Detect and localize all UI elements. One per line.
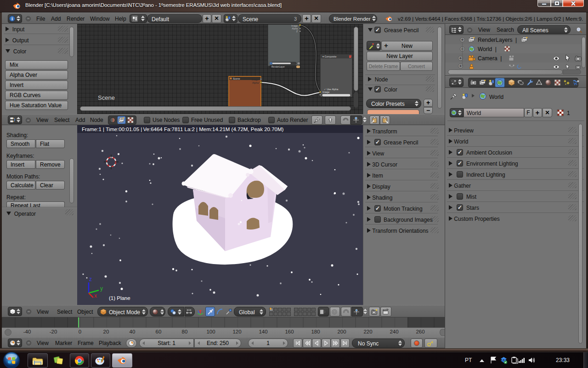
svg-text:Alpha: Alpha <box>252 81 259 84</box>
svg-text:Z: Z <box>296 30 298 33</box>
svg-text:(1) Plane: (1) Plane <box>109 295 130 301</box>
svg-text:Scene: Scene <box>233 77 240 80</box>
svg-text:RenderLayer: RenderLayer <box>271 65 285 68</box>
svg-text:z: z <box>89 276 92 282</box>
svg-text:Image: Image <box>252 78 259 81</box>
svg-text:x: x <box>94 293 97 299</box>
svg-text:▾ Composite: ▾ Composite <box>322 55 337 58</box>
svg-text:i: i <box>11 16 13 21</box>
svg-text:y: y <box>100 285 103 292</box>
